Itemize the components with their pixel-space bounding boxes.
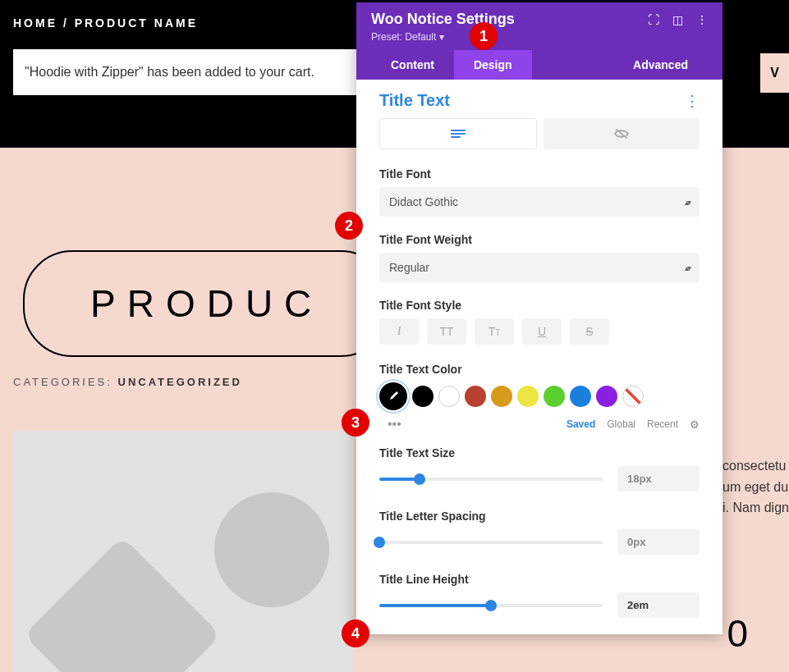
swatch-green[interactable] (544, 386, 565, 407)
notice-text: "Hoodie with Zipper" has been added to y… (25, 65, 314, 80)
tab-content[interactable]: Content (371, 50, 454, 80)
tab-design[interactable]: Design (454, 50, 532, 80)
italic-button[interactable]: I (379, 318, 419, 345)
preset-dropdown[interactable]: Preset: Default ▾ (371, 31, 444, 43)
placeholder-circle (214, 492, 329, 607)
tab-advanced[interactable]: Advanced (613, 50, 708, 80)
placeholder-triangle (24, 537, 221, 672)
swatch-white[interactable] (438, 386, 460, 407)
title-lh-slider[interactable] (379, 604, 603, 607)
panel-body: Title Text ⋮ Title Font Didact Gothic▴▾ … (356, 80, 722, 634)
title-font-select[interactable]: Didact Gothic▴▾ (379, 187, 700, 217)
product-image-placeholder (13, 431, 354, 672)
visibility-on-button[interactable] (379, 118, 537, 149)
settings-panel: Woo Notice Settings ⛶ ◫ ⋮ Preset: Defaul… (356, 2, 722, 634)
color-picker-button[interactable] (379, 382, 407, 410)
product-title: PRODUC (90, 281, 323, 326)
swatch-purple[interactable] (596, 386, 617, 407)
title-size-label: Title Text Size (379, 446, 700, 459)
annotation-badge-1: 1 (470, 22, 498, 50)
desc-line: um eget du (722, 477, 789, 498)
section-title[interactable]: Title Text (379, 91, 450, 110)
panel-header: Woo Notice Settings ⛶ ◫ ⋮ Preset: Defaul… (356, 2, 722, 80)
desc-line: consectetu (722, 455, 789, 477)
swatch-yellow[interactable] (517, 386, 539, 407)
strikethrough-button[interactable]: S (570, 318, 609, 345)
swatch-orange[interactable] (491, 386, 512, 407)
breadcrumb-product: PRODUCT NAME (75, 16, 198, 30)
title-font-label: Title Font (379, 167, 700, 181)
recent-tab[interactable]: Recent (647, 418, 678, 430)
title-weight-label: Title Font Weight (379, 233, 700, 246)
global-tab[interactable]: Global (607, 418, 635, 430)
title-weight-value: Regular (389, 261, 429, 274)
categories-value[interactable]: UNCATEGORIZED (118, 376, 242, 388)
title-size-slider[interactable] (379, 478, 603, 481)
expand-icon[interactable]: ⛶ (648, 13, 659, 26)
product-price: 0 (727, 611, 748, 656)
swatch-black[interactable] (412, 386, 433, 407)
uppercase-button[interactable]: TT (427, 318, 466, 345)
categories-label: CATEGORIES: (13, 376, 118, 388)
swatch-red[interactable] (465, 386, 486, 407)
breadcrumb-home[interactable]: HOME (13, 16, 57, 30)
title-font-value: Didact Gothic (389, 195, 458, 208)
title-lh-label: Title Line Height (379, 573, 700, 586)
title-spacing-slider[interactable] (379, 541, 603, 544)
section-menu-icon[interactable]: ⋮ (685, 92, 700, 110)
breadcrumb-sep: / (57, 16, 75, 30)
product-categories: CATEGORIES: UNCATEGORIZED (13, 376, 242, 388)
gear-icon[interactable]: ⚙ (690, 418, 700, 431)
title-color-label: Title Text Color (379, 363, 700, 376)
title-weight-select[interactable]: Regular▴▾ (379, 253, 700, 282)
product-title-box: PRODUC (23, 250, 390, 357)
title-spacing-input[interactable]: 0px (617, 529, 700, 555)
layout-icon[interactable]: ◫ (672, 13, 683, 26)
annotation-badge-4: 4 (342, 619, 369, 647)
visibility-off-button[interactable] (544, 118, 700, 149)
color-swatches (379, 382, 700, 410)
title-style-label: Title Font Style (379, 299, 700, 312)
more-colors-icon[interactable]: ••• (379, 417, 401, 432)
title-lh-input[interactable]: 2em (617, 592, 700, 618)
product-description: consectetu um eget du i. Nam dign (722, 455, 789, 519)
annotation-badge-2: 2 (335, 212, 363, 240)
annotation-badge-3: 3 (342, 409, 369, 437)
desc-line: i. Nam dign (722, 497, 789, 519)
caret-icon: ▴▾ (685, 263, 690, 272)
menu-icon[interactable]: ⋮ (696, 13, 708, 26)
swatch-none[interactable] (622, 386, 644, 407)
caret-icon: ▴▾ (685, 198, 690, 207)
title-size-input[interactable]: 18px (617, 466, 700, 491)
panel-tabs: Content Design Advanced (371, 50, 708, 80)
title-spacing-label: Title Letter Spacing (379, 510, 700, 523)
breadcrumb: HOME / PRODUCT NAME (13, 16, 198, 30)
saved-tab[interactable]: Saved (567, 418, 595, 430)
notice-side[interactable]: V (760, 53, 789, 93)
underline-button[interactable]: U (522, 318, 562, 345)
swatch-blue[interactable] (570, 386, 591, 407)
smallcaps-button[interactable]: TT (475, 318, 514, 345)
